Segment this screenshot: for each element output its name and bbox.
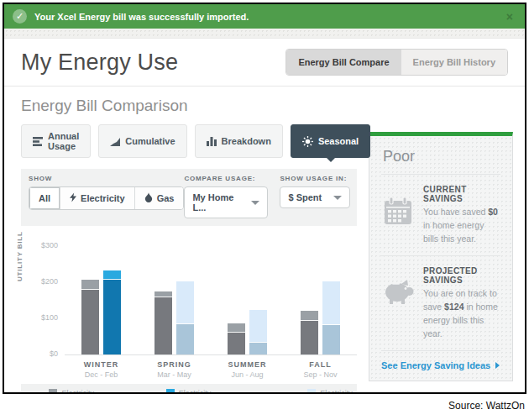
show-filter-group: SHOW All Electricity Gas <box>29 175 184 218</box>
show-usage-in-select[interactable]: $ Spent <box>280 186 350 208</box>
bar-group-fall: FALLSep - Nov <box>301 233 340 354</box>
legend-item: Electricity <box>307 389 357 394</box>
y-axis-label: UTILITY BILL <box>16 231 24 281</box>
y-tick: $0 <box>26 349 58 358</box>
show-usage-in-label: SHOW USAGE IN: <box>280 175 350 182</box>
section-title: Energy Bill Comparison <box>21 97 357 115</box>
cumulative-icon <box>110 137 120 146</box>
show-usage-in-group: SHOW USAGE IN: $ Spent <box>280 175 350 218</box>
close-icon[interactable]: × <box>503 10 516 24</box>
arrow-right-icon <box>495 362 500 369</box>
legend-swatch <box>166 389 175 394</box>
compare-usage-group: COMPARE USAGE: My Home L... <box>184 175 268 218</box>
projected-savings-value: $124 <box>444 302 464 312</box>
segment-natural-gas <box>249 343 267 354</box>
legend-label: Electricity <box>179 389 212 394</box>
show-filter-label: SHOW <box>29 175 184 182</box>
tab-label: Annual Usage <box>48 131 79 151</box>
legend-item: Electricity <box>49 389 99 394</box>
tab-breakdown[interactable]: Breakdown <box>195 124 283 158</box>
check-circle-icon: ✓ <box>13 9 27 24</box>
y-tick: $300 <box>26 241 58 249</box>
dollar-icon: $ <box>288 192 293 202</box>
flame-icon <box>144 192 153 204</box>
banner-message: Your Xcel Energy bill was successfully i… <box>34 12 503 22</box>
chevron-down-icon <box>251 201 259 205</box>
seasonal-sun-icon <box>302 136 313 147</box>
compare-usage-label: COMPARE USAGE: <box>184 175 268 182</box>
savings-card: Poor CURRENT SAVINGS You have saved $0 i… <box>369 132 513 381</box>
legend-label: Electricity <box>61 389 94 394</box>
piggy-bank-icon <box>381 266 415 340</box>
segment-natural-gas <box>81 290 99 354</box>
current-savings-heading: CURRENT SAVINGS <box>423 185 500 203</box>
app-window: ✓ Your Xcel Energy bill was successfully… <box>3 3 526 394</box>
bar-2014-projected-summer <box>249 310 267 354</box>
chart-view-tabs: Annual Usage Cumulative Breakdown Season… <box>21 124 357 158</box>
segment-electricity <box>249 310 267 343</box>
y-tick: $100 <box>26 313 58 322</box>
legend-group-2014: 2014ElectricityNatural Gas <box>138 389 216 394</box>
bar-group-summer: SUMMERJun - Aug <box>228 233 267 354</box>
segment-natural-gas <box>103 280 121 354</box>
tab-cumulative[interactable]: Cumulative <box>98 124 186 158</box>
seasonal-bar-chart: UTILITY BILL $0$100$200$300 WINTERDec - … <box>21 233 357 355</box>
bar-group-winter: WINTERDec - Feb <box>81 233 121 354</box>
bar-2014-projected-spring <box>176 281 194 354</box>
segment-natural-gas <box>228 333 245 354</box>
compare-usage-value: My Home L... <box>192 192 244 213</box>
y-tick: $200 <box>26 277 58 286</box>
tab-seasonal[interactable]: Seasonal <box>291 124 370 158</box>
tab-energy-bill-history[interactable]: Energy Bill History <box>401 50 507 75</box>
filter-bar: SHOW All Electricity Gas COM <box>21 169 357 226</box>
fuel-segmented-control: All Electricity Gas <box>29 186 184 210</box>
segment-electricity <box>81 280 99 290</box>
segment-electricity <box>322 281 340 325</box>
tab-annual-usage[interactable]: Annual Usage <box>21 124 91 158</box>
tab-label: Seasonal <box>318 136 359 146</box>
filter-all-button[interactable]: All <box>29 187 60 209</box>
tab-label: Breakdown <box>222 136 271 146</box>
chevron-down-icon <box>333 196 342 200</box>
savings-sidebar: Poor CURRENT SAVINGS You have saved $0 i… <box>369 97 513 394</box>
rating-label: Poor <box>381 146 500 175</box>
bar-2013-summer <box>228 323 245 354</box>
bar-group-spring: SPRINGMar - May <box>155 233 194 354</box>
season-label-summer: SUMMERJun - Aug <box>228 360 267 379</box>
chart-panel: Energy Bill Comparison Annual Usage Cumu… <box>21 97 357 394</box>
page-title: My Energy Use <box>21 50 178 76</box>
content-area: Energy Bill Comparison Annual Usage Cumu… <box>4 87 525 394</box>
segment-natural-gas <box>176 324 194 354</box>
segment-electricity <box>301 311 318 321</box>
legend-swatch <box>307 389 316 394</box>
projected-savings-section: PROJECTED SAVINGS You are on track to sa… <box>381 256 500 351</box>
lightning-bolt-icon <box>70 192 76 204</box>
bar-2013-winter <box>81 280 99 354</box>
legend-year: 2014 Projected <box>254 392 300 394</box>
view-toggle-group: Energy Bill Compare Energy Bill History <box>285 49 508 76</box>
current-savings-text: You have saved $0 in home energy bills t… <box>423 206 500 245</box>
compare-usage-select[interactable]: My Home L... <box>184 186 268 218</box>
texture-strip <box>4 29 525 39</box>
source-caption: Source: WattzOn <box>448 400 525 412</box>
segment-electricity <box>228 323 245 333</box>
tab-energy-bill-compare[interactable]: Energy Bill Compare <box>286 50 401 75</box>
success-banner: ✓ Your Xcel Energy bill was successfully… <box>4 4 525 29</box>
calendar-icon <box>381 185 415 245</box>
see-energy-saving-ideas-link[interactable]: See Energy Saving Ideas <box>381 360 490 370</box>
filter-label: All <box>39 193 50 203</box>
bar-groups: WINTERDec - FebSPRINGMar - MaySUMMERJun … <box>65 233 357 354</box>
segment-natural-gas <box>301 321 318 354</box>
segment-electricity <box>176 281 194 324</box>
projected-savings-text: You are on track to save $124 in home en… <box>423 287 500 340</box>
bar-2014-projected-fall <box>322 281 340 354</box>
filter-gas-button[interactable]: Gas <box>135 187 184 209</box>
bar-2013-fall <box>301 311 318 354</box>
usage-value: Spent <box>296 192 322 202</box>
season-label-winter: WINTERDec - Feb <box>84 360 119 379</box>
bar-2013-spring <box>155 291 172 354</box>
legend-item: Electricity <box>166 389 217 394</box>
current-savings-value: $0 <box>488 207 498 217</box>
filter-electricity-button[interactable]: Electricity <box>60 187 135 209</box>
plot-area: $0$100$200$300 WINTERDec - FebSPRINGMar … <box>65 233 357 355</box>
